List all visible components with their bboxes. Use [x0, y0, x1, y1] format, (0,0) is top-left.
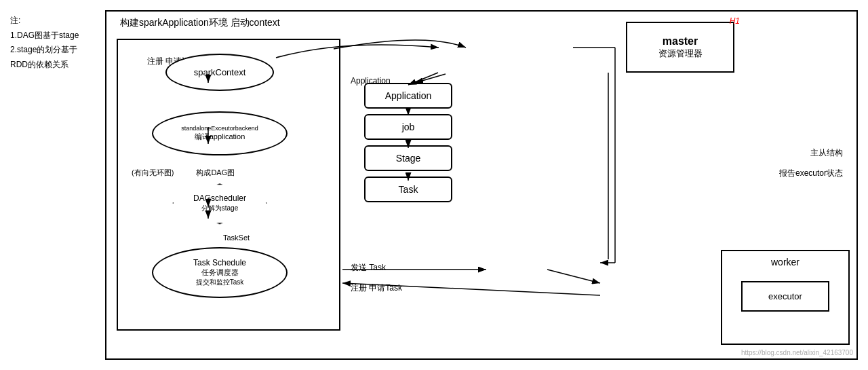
main-container: 注: 1.DAG图基于stage 2.stage的划分基于 RDD的依赖关系 构…: [0, 0, 868, 370]
standalone-line2: 编译application: [195, 132, 245, 142]
svg-line-12: [547, 270, 600, 283]
spark-context-ellipse: sparkContext: [165, 54, 274, 91]
register-task-label: 注册 申请Task: [351, 282, 402, 294]
hier-application: Application: [364, 83, 452, 109]
taskset-label: TaskSet: [223, 234, 250, 242]
inner-box: sparkContext standaloneExceutorbackend 编…: [117, 39, 340, 331]
note-line2: 2.stage的划分基于: [10, 43, 98, 58]
spark-context-label: sparkContext: [194, 67, 246, 77]
master-box: master 资源管理器 H1: [626, 22, 734, 73]
worker-title: worker: [771, 257, 800, 267]
master-subtitle: 资源管理器: [658, 48, 703, 60]
notes-panel: 注: 1.DAG图基于stage 2.stage的划分基于 RDD的依赖关系: [7, 7, 102, 363]
dag-scheduler-line2: 分解为stage: [193, 204, 246, 213]
hier-task: Task: [364, 177, 452, 202]
diagram-title: 构建sparkApplication环境 启动context: [120, 17, 280, 29]
task-schedule-line3: 提交和监控Task: [196, 278, 244, 287]
note-title: 注:: [10, 14, 98, 29]
diagram: 构建sparkApplication环境 启动context 注册 申请运行Ex…: [105, 10, 858, 360]
dag-scheduler-line1: DAGscheduler: [193, 193, 246, 204]
report-label: 报告executor状态: [779, 168, 843, 179]
dag-note: (有向无环图) 构成DAG图: [132, 168, 235, 178]
task-schedule-line1: Task Schedule: [193, 258, 246, 267]
standalone-ellipse: standaloneExceutorbackend 编译application: [152, 111, 288, 155]
executor-label: executor: [768, 291, 802, 301]
send-task-label: 发送 Task: [351, 262, 386, 274]
master-title: master: [663, 35, 698, 48]
dag-scheduler-diamond: DAGscheduler 分解为stage: [165, 179, 274, 227]
note-line3: RDD的依赖关系: [10, 58, 98, 73]
watermark: https://blog.csdn.net/alixin_42163700: [741, 349, 853, 356]
task-schedule-line2: 任务调度器: [201, 267, 239, 278]
hier-job: job: [364, 114, 452, 140]
svg-line-6: [415, 74, 446, 83]
standalone-line1: standaloneExceutorbackend: [181, 125, 258, 132]
h1-label: H1: [730, 16, 740, 26]
executor-box: executor: [741, 281, 829, 312]
task-schedule-ellipse: Task Schedule 任务调度器 提交和监控Task: [152, 247, 288, 298]
worker-box: worker executor: [721, 250, 850, 345]
note-line1: 1.DAG图基于stage: [10, 29, 98, 43]
hierarchy: Application job Stage Task: [364, 83, 452, 202]
hier-stage: Stage: [364, 145, 452, 171]
master-slave-label: 主从结构: [810, 147, 843, 159]
